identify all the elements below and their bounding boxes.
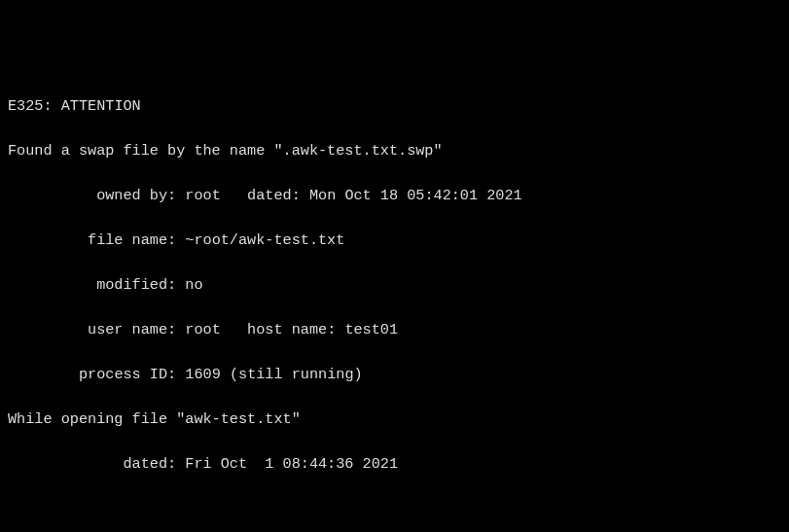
modified-value: no: [185, 276, 202, 294]
orig-dated-label: dated:: [123, 455, 176, 473]
user-host-line: user name: root host name: test01: [8, 319, 781, 341]
process-id-note: (still running): [230, 366, 363, 383]
orig-dated-value: Fri Oct 1 08:44:36 2021: [185, 455, 398, 473]
process-id-line: process ID: 1609 (still running): [8, 364, 781, 386]
user-name-value: root: [185, 321, 220, 338]
error-header: E325: ATTENTION: [8, 95, 781, 118]
process-id-value: 1609: [185, 366, 220, 383]
error-code: E325: [8, 97, 43, 115]
modified-line: modified: no: [8, 274, 781, 297]
host-name-label: host name:: [247, 321, 336, 338]
swap-dated-label: dated:: [247, 187, 301, 204]
blank-line: [8, 498, 781, 520]
file-name-value: ~root/awk-test.txt: [185, 231, 344, 249]
owned-by-value: root: [185, 187, 220, 204]
modified-label: modified:: [96, 276, 176, 294]
error-label: ATTENTION: [61, 97, 141, 115]
host-name-value: test01: [344, 321, 398, 338]
file-name-line: file name: ~root/awk-test.txt: [8, 230, 781, 252]
found-swap-line: Found a swap file by the name ".awk-test…: [8, 140, 781, 162]
swap-dated-value: Mon Oct 18 05:42:01 2021: [309, 187, 522, 204]
process-id-label: process ID:: [79, 366, 176, 383]
while-opening-line: While opening file "awk-test.txt": [8, 408, 781, 431]
original-dated-line: dated: Fri Oct 1 08:44:36 2021: [8, 453, 781, 476]
user-name-label: user name:: [88, 321, 176, 338]
owned-by-line: owned by: root dated: Mon Oct 18 05:42:0…: [8, 185, 781, 207]
owned-by-label: owned by:: [96, 187, 176, 204]
file-name-label: file name:: [88, 231, 176, 249]
